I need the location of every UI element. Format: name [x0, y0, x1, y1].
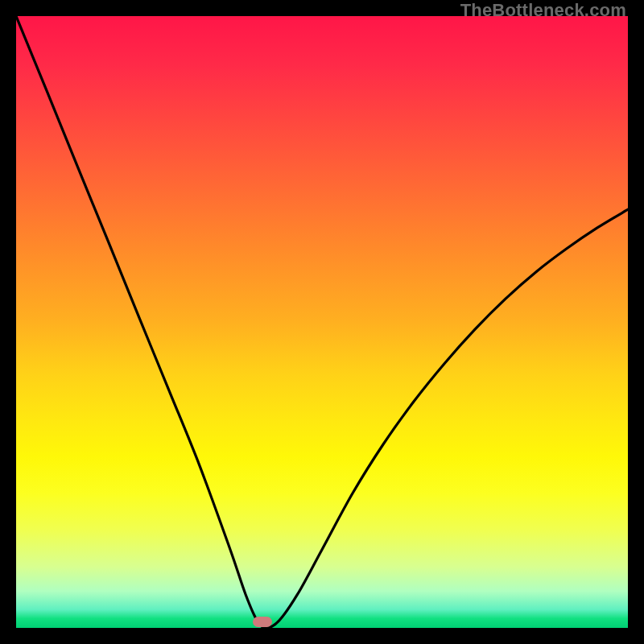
plot-area: [16, 16, 628, 628]
optimum-marker: [253, 617, 272, 627]
curve-svg: [16, 16, 628, 628]
chart-frame: TheBottleneck.com: [0, 0, 644, 644]
bottleneck-curve: [16, 16, 628, 628]
